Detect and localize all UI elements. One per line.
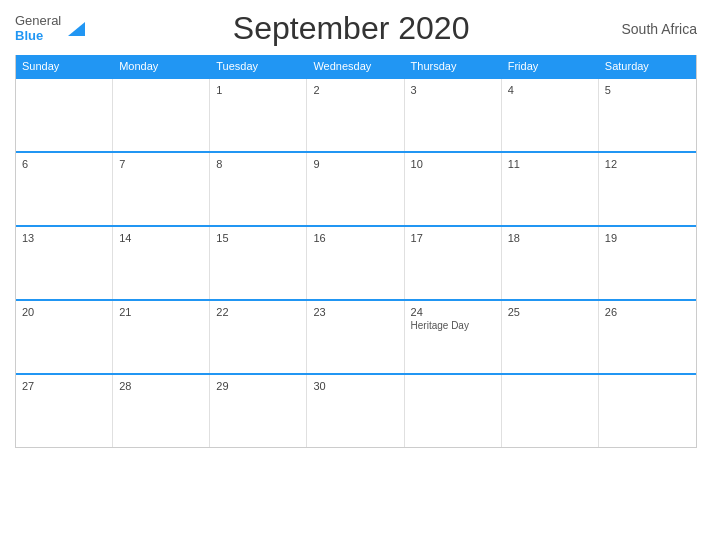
day-number: 16 (313, 232, 397, 244)
day-cell-5-2: 28 (113, 375, 210, 447)
day-cell-5-4: 30 (307, 375, 404, 447)
day-number: 6 (22, 158, 106, 170)
week-row-3: 13141516171819 (16, 225, 696, 299)
day-number: 18 (508, 232, 592, 244)
header-tuesday: Tuesday (210, 55, 307, 77)
day-number: 7 (119, 158, 203, 170)
day-number: 19 (605, 232, 690, 244)
day-cell-1-7: 5 (599, 79, 696, 151)
day-number: 26 (605, 306, 690, 318)
day-number: 11 (508, 158, 592, 170)
day-number: 23 (313, 306, 397, 318)
day-number: 9 (313, 158, 397, 170)
header-sunday: Sunday (16, 55, 113, 77)
day-number: 27 (22, 380, 106, 392)
day-number: 5 (605, 84, 690, 96)
day-number: 28 (119, 380, 203, 392)
header-friday: Friday (502, 55, 599, 77)
day-number: 15 (216, 232, 300, 244)
day-cell-3-5: 17 (405, 227, 502, 299)
day-number: 24 (411, 306, 495, 318)
day-cell-3-1: 13 (16, 227, 113, 299)
weeks-container: 123456789101112131415161718192021222324H… (16, 77, 696, 447)
calendar-title: September 2020 (85, 10, 617, 47)
day-cell-5-7 (599, 375, 696, 447)
day-cell-1-1 (16, 79, 113, 151)
day-cell-5-1: 27 (16, 375, 113, 447)
svg-marker-0 (68, 22, 85, 36)
week-row-5: 27282930 (16, 373, 696, 447)
day-number: 29 (216, 380, 300, 392)
country-name: South Africa (617, 21, 697, 37)
header-monday: Monday (113, 55, 210, 77)
day-cell-2-3: 8 (210, 153, 307, 225)
day-cell-4-5: 24Heritage Day (405, 301, 502, 373)
day-cell-1-5: 3 (405, 79, 502, 151)
header-thursday: Thursday (405, 55, 502, 77)
day-cell-2-6: 11 (502, 153, 599, 225)
day-cell-4-6: 25 (502, 301, 599, 373)
day-cell-5-3: 29 (210, 375, 307, 447)
day-number: 22 (216, 306, 300, 318)
day-number: 30 (313, 380, 397, 392)
day-cell-1-3: 1 (210, 79, 307, 151)
day-number: 25 (508, 306, 592, 318)
logo: General Blue (15, 14, 85, 43)
day-cell-3-3: 15 (210, 227, 307, 299)
day-cell-2-4: 9 (307, 153, 404, 225)
day-cell-2-7: 12 (599, 153, 696, 225)
day-cell-2-5: 10 (405, 153, 502, 225)
day-number: 17 (411, 232, 495, 244)
day-cell-1-4: 2 (307, 79, 404, 151)
day-number: 4 (508, 84, 592, 96)
day-number: 8 (216, 158, 300, 170)
week-row-2: 6789101112 (16, 151, 696, 225)
day-number: 14 (119, 232, 203, 244)
day-number: 12 (605, 158, 690, 170)
week-row-1: 12345 (16, 77, 696, 151)
day-cell-1-6: 4 (502, 79, 599, 151)
day-cell-1-2 (113, 79, 210, 151)
header-wednesday: Wednesday (307, 55, 404, 77)
day-cell-3-7: 19 (599, 227, 696, 299)
day-cell-4-4: 23 (307, 301, 404, 373)
day-number: 21 (119, 306, 203, 318)
day-cell-2-2: 7 (113, 153, 210, 225)
day-cell-4-2: 21 (113, 301, 210, 373)
calendar-header: General Blue September 2020 South Africa (15, 10, 697, 47)
day-cell-4-1: 20 (16, 301, 113, 373)
calendar-container: General Blue September 2020 South Africa… (0, 0, 712, 550)
logo-general-text: General (15, 14, 61, 28)
calendar-grid: Sunday Monday Tuesday Wednesday Thursday… (15, 55, 697, 448)
header-saturday: Saturday (599, 55, 696, 77)
day-event: Heritage Day (411, 320, 495, 331)
day-number: 3 (411, 84, 495, 96)
day-cell-4-7: 26 (599, 301, 696, 373)
day-cell-3-2: 14 (113, 227, 210, 299)
day-number: 2 (313, 84, 397, 96)
logo-icon (63, 18, 85, 40)
day-cell-2-1: 6 (16, 153, 113, 225)
day-cell-3-6: 18 (502, 227, 599, 299)
day-cell-5-5 (405, 375, 502, 447)
day-cell-5-6 (502, 375, 599, 447)
day-cell-4-3: 22 (210, 301, 307, 373)
day-number: 13 (22, 232, 106, 244)
day-number: 10 (411, 158, 495, 170)
day-cell-3-4: 16 (307, 227, 404, 299)
day-number: 1 (216, 84, 300, 96)
week-row-4: 2021222324Heritage Day2526 (16, 299, 696, 373)
day-headers-row: Sunday Monday Tuesday Wednesday Thursday… (16, 55, 696, 77)
day-number: 20 (22, 306, 106, 318)
logo-blue-text: Blue (15, 29, 61, 43)
